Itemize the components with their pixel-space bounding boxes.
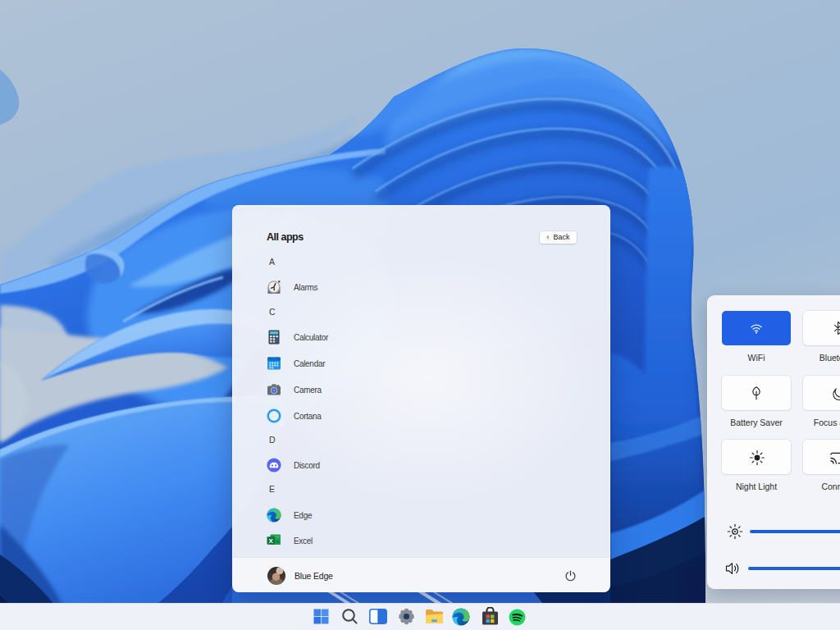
svg-text:X: X	[269, 537, 274, 545]
